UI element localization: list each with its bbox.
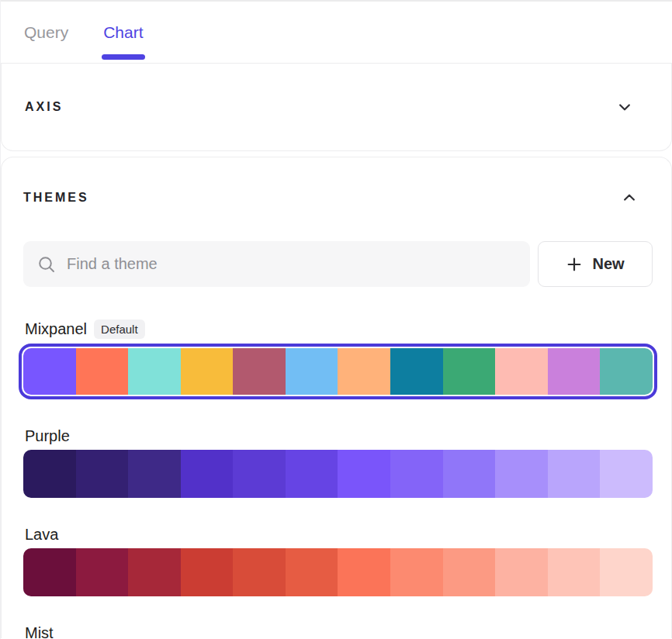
- color-swatch: [23, 450, 76, 498]
- color-swatch: [76, 348, 129, 395]
- default-badge: Default: [94, 320, 145, 339]
- color-swatch: [443, 348, 496, 395]
- theme-item-mixpanel[interactable]: MixpanelDefault: [23, 320, 653, 399]
- theme-item-mist[interactable]: Mist: [23, 624, 653, 639]
- theme-swatches: [23, 548, 653, 596]
- section-axis[interactable]: AXIS: [1, 64, 672, 151]
- color-swatch: [181, 348, 234, 395]
- color-swatch: [181, 548, 234, 596]
- chevron-down-icon[interactable]: [617, 99, 632, 115]
- selected-theme-ring: [19, 344, 657, 399]
- theme-name: Purple: [25, 427, 70, 445]
- tab-chart[interactable]: Chart: [103, 2, 143, 63]
- theme-list: MixpanelDefaultPurpleLavaMist: [23, 320, 653, 639]
- theme-label-row: MixpanelDefault: [23, 320, 653, 339]
- search-icon: [37, 255, 56, 274]
- color-swatch: [23, 548, 76, 596]
- themes-section-header[interactable]: THEMES: [23, 190, 653, 206]
- theme-item-purple[interactable]: Purple: [23, 427, 653, 498]
- color-swatch: [233, 348, 286, 395]
- theme-item-lava[interactable]: Lava: [23, 526, 653, 596]
- theme-name: Mist: [25, 624, 54, 639]
- axis-section-title: AXIS: [25, 100, 63, 114]
- color-swatch: [495, 348, 548, 395]
- tab-query[interactable]: Query: [24, 2, 68, 63]
- color-swatch: [286, 348, 338, 395]
- color-swatch: [390, 348, 443, 395]
- theme-swatches: [23, 348, 653, 395]
- color-swatch: [286, 548, 338, 596]
- new-button-label: New: [592, 255, 624, 273]
- tabs-bar: Query Chart: [1, 0, 672, 64]
- color-swatch: [390, 450, 443, 498]
- color-swatch: [600, 548, 653, 596]
- color-swatch: [181, 450, 234, 498]
- color-swatch: [338, 548, 390, 596]
- color-swatch: [128, 548, 181, 596]
- color-swatch: [338, 348, 390, 395]
- new-theme-button[interactable]: New: [538, 241, 653, 287]
- color-swatch: [600, 450, 653, 498]
- color-swatch: [548, 450, 601, 498]
- color-swatch: [128, 450, 181, 498]
- color-swatch: [23, 348, 76, 395]
- color-swatch: [233, 450, 286, 498]
- color-swatch: [495, 548, 548, 596]
- color-swatch: [233, 548, 286, 596]
- theme-label-row: Purple: [23, 427, 653, 445]
- color-swatch: [600, 348, 653, 395]
- theme-label-row: Mist: [23, 624, 653, 639]
- plus-icon: [566, 256, 583, 273]
- section-themes: THEMES New MixpanelDefaultPurpleLavaMist: [1, 157, 672, 638]
- themes-controls: New: [23, 241, 653, 287]
- color-swatch: [128, 348, 181, 395]
- color-swatch: [443, 548, 496, 596]
- color-swatch: [548, 348, 601, 395]
- theme-label-row: Lava: [23, 526, 653, 544]
- theme-search-box[interactable]: [23, 241, 530, 287]
- search-input[interactable]: [67, 255, 516, 273]
- theme-swatches: [23, 450, 653, 498]
- color-swatch: [286, 450, 338, 498]
- color-swatch: [548, 548, 601, 596]
- color-swatch: [495, 450, 548, 498]
- themes-section-title: THEMES: [23, 191, 89, 205]
- chevron-up-icon[interactable]: [622, 190, 637, 206]
- theme-name: Mixpanel: [25, 320, 87, 338]
- color-swatch: [338, 450, 390, 498]
- color-swatch: [76, 450, 129, 498]
- color-swatch: [443, 450, 496, 498]
- theme-name: Lava: [25, 526, 58, 544]
- color-swatch: [76, 548, 129, 596]
- color-swatch: [390, 548, 443, 596]
